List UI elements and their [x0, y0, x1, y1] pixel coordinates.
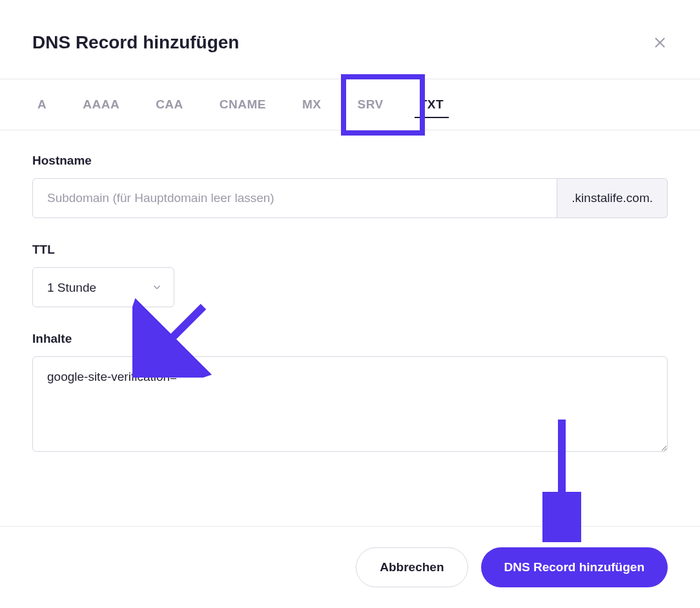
- modal-header: DNS Record hinzufügen: [0, 0, 700, 79]
- close-icon[interactable]: [652, 35, 668, 50]
- domain-suffix: .kinstalife.com.: [557, 178, 668, 218]
- submit-button[interactable]: DNS Record hinzufügen: [481, 547, 668, 587]
- add-dns-record-modal: DNS Record hinzufügen A AAAA CAA CNAME M…: [0, 0, 700, 608]
- record-type-tabs: A AAAA CAA CNAME MX SRV TXT: [0, 79, 700, 130]
- modal-footer: Abbrechen DNS Record hinzufügen: [0, 526, 700, 608]
- tab-caa[interactable]: CAA: [150, 79, 189, 130]
- tab-cname[interactable]: CNAME: [214, 79, 271, 130]
- hostname-input[interactable]: [32, 178, 557, 218]
- hostname-label: Hostname: [32, 154, 668, 168]
- tab-aaaa[interactable]: AAAA: [77, 79, 125, 130]
- hostname-field-group: Hostname .kinstalife.com.: [32, 154, 668, 218]
- content-label: Inhalte: [32, 332, 668, 346]
- ttl-field-group: TTL 1 Stunde: [32, 243, 668, 307]
- hostname-input-row: .kinstalife.com.: [32, 178, 668, 218]
- content-textarea[interactable]: google-site-verification=: [32, 356, 668, 452]
- ttl-select[interactable]: 1 Stunde: [32, 267, 174, 307]
- tab-a[interactable]: A: [32, 79, 52, 130]
- tab-mx[interactable]: MX: [297, 79, 327, 130]
- tab-srv[interactable]: SRV: [352, 79, 388, 130]
- tab-txt[interactable]: TXT: [415, 79, 449, 130]
- cancel-button[interactable]: Abbrechen: [356, 547, 468, 587]
- form-body: Hostname .kinstalife.com. TTL 1 Stunde I…: [0, 130, 700, 526]
- modal-title: DNS Record hinzufügen: [32, 32, 239, 53]
- ttl-select-wrap: 1 Stunde: [32, 267, 174, 307]
- content-field-group: Inhalte google-site-verification=: [32, 332, 668, 454]
- ttl-label: TTL: [32, 243, 668, 257]
